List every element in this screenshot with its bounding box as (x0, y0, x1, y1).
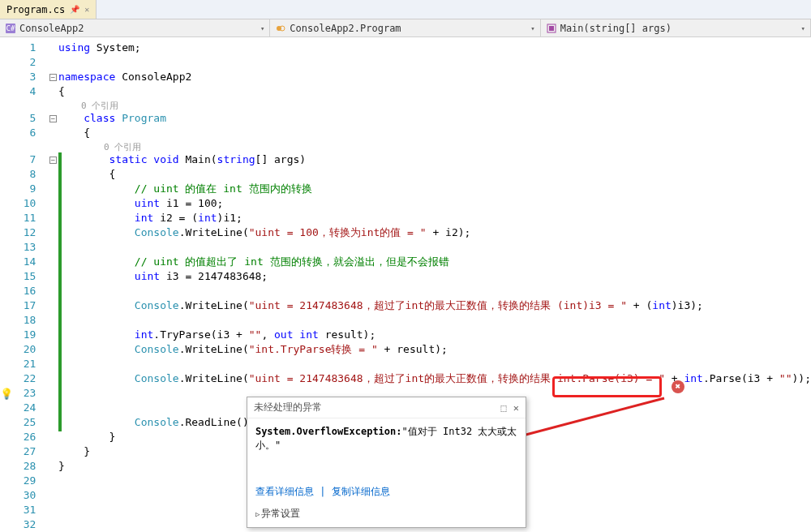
copy-details-link[interactable]: 复制详细信息 (332, 486, 390, 497)
fold-gutter: − − − (47, 37, 58, 532)
svg-text:C#: C# (6, 24, 15, 32)
code-editor[interactable]: 1234 56 78910111213141516171819202122232… (0, 37, 811, 532)
tab-bar: Program.cs 📌 ✕ (0, 0, 811, 19)
breadcrumb-bar: C# ConsoleApp2 ▾ ConsoleApp2.Program ▾ M… (0, 19, 811, 37)
method-selector[interactable]: Main(string[] args) ▾ (541, 19, 811, 36)
method-icon (546, 23, 557, 34)
exception-type: System.OverflowException: (255, 426, 402, 437)
error-icon[interactable]: ✖ (672, 380, 684, 393)
references-codelens[interactable]: 0 个引用 (81, 101, 118, 111)
error-highlight-box (552, 376, 662, 397)
popup-close-icon[interactable]: ✕ (513, 402, 519, 414)
popup-title: 未经处理的异常 (254, 401, 322, 414)
method-name: Main(string[] args) (560, 23, 672, 34)
code-area[interactable]: 💡 using System; document.currentScript.p… (58, 37, 811, 532)
class-selector[interactable]: ConsoleApp2.Program ▾ (270, 19, 540, 36)
expand-icon[interactable]: ▷ (255, 510, 260, 518)
fold-toggle[interactable]: − (49, 115, 57, 122)
dropdown-icon: ▾ (801, 24, 805, 32)
view-details-link[interactable]: 查看详细信息 (255, 486, 314, 497)
project-name: ConsoleApp2 (19, 23, 84, 34)
exception-popup: 未经处理的异常 ⬚ ✕ System.OverflowException:"值对… (247, 397, 526, 528)
class-name: ConsoleApp2.Program (290, 23, 401, 34)
svg-rect-5 (549, 26, 554, 31)
class-icon (275, 23, 286, 34)
dropdown-icon: ▾ (260, 24, 264, 32)
fold-toggle[interactable]: − (49, 157, 57, 164)
close-icon[interactable]: ✕ (84, 5, 89, 14)
line-number-gutter: 1234 56 78910111213141516171819202122232… (0, 37, 47, 532)
dropdown-icon: ▾ (530, 24, 534, 32)
references-codelens[interactable]: 0 个引用 (104, 142, 141, 152)
lightbulb-icon[interactable]: 💡 (0, 388, 11, 399)
exception-settings-link[interactable]: 异常设置 (261, 508, 300, 519)
fold-toggle[interactable]: − (49, 74, 57, 81)
csharp-project-icon: C# (5, 23, 16, 34)
project-selector[interactable]: C# ConsoleApp2 ▾ (0, 19, 270, 36)
pin-icon[interactable]: 📌 (70, 5, 79, 14)
tab-filename: Program.cs (6, 4, 65, 15)
popup-pin-icon[interactable]: ⬚ (500, 402, 506, 414)
file-tab[interactable]: Program.cs 📌 ✕ (0, 0, 97, 19)
